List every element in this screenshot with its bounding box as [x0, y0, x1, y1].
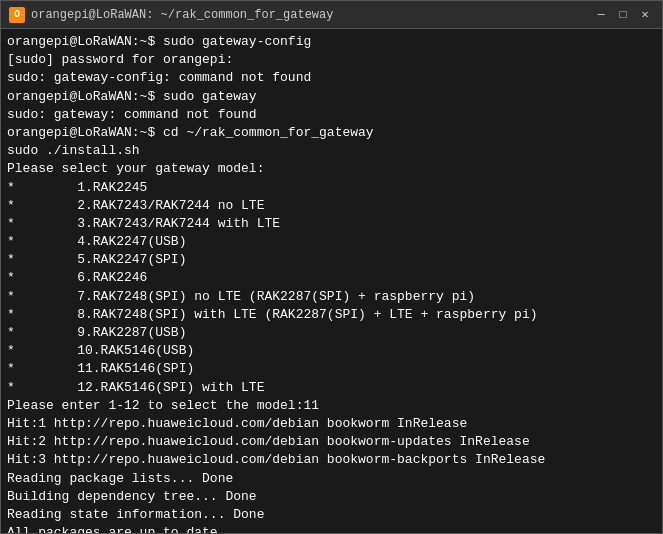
- terminal-line: orangepi@LoRaWAN:~$ cd ~/rak_common_for_…: [7, 124, 656, 142]
- maximize-button[interactable]: □: [614, 6, 632, 24]
- terminal-window: O orangepi@LoRaWAN: ~/rak_common_for_gat…: [0, 0, 663, 534]
- terminal-line: * 6.RAK2246: [7, 269, 656, 287]
- terminal-line: * 5.RAK2247(SPI): [7, 251, 656, 269]
- terminal-line: * 12.RAK5146(SPI) with LTE: [7, 379, 656, 397]
- terminal-line: * 8.RAK7248(SPI) with LTE (RAK2287(SPI) …: [7, 306, 656, 324]
- terminal-line: Reading package lists... Done: [7, 470, 656, 488]
- terminal-line: All packages are up to date.: [7, 524, 656, 533]
- terminal-line: * 9.RAK2287(USB): [7, 324, 656, 342]
- terminal-line: Reading state information... Done: [7, 506, 656, 524]
- terminal-line: sudo ./install.sh: [7, 142, 656, 160]
- minimize-button[interactable]: ─: [592, 6, 610, 24]
- terminal-line: Please select your gateway model:: [7, 160, 656, 178]
- terminal-line: sudo: gateway: command not found: [7, 106, 656, 124]
- terminal-line: Hit:1 http://repo.huaweicloud.com/debian…: [7, 415, 656, 433]
- terminal-line: orangepi@LoRaWAN:~$ sudo gateway: [7, 88, 656, 106]
- terminal-line: * 3.RAK7243/RAK7244 with LTE: [7, 215, 656, 233]
- app-icon: O: [9, 7, 25, 23]
- terminal-line: * 4.RAK2247(USB): [7, 233, 656, 251]
- terminal-line: * 1.RAK2245: [7, 179, 656, 197]
- titlebar: O orangepi@LoRaWAN: ~/rak_common_for_gat…: [1, 1, 662, 29]
- close-button[interactable]: ✕: [636, 6, 654, 24]
- terminal-body[interactable]: orangepi@LoRaWAN:~$ sudo gateway-config[…: [1, 29, 662, 533]
- terminal-line: * 7.RAK7248(SPI) no LTE (RAK2287(SPI) + …: [7, 288, 656, 306]
- app-icon-label: O: [14, 9, 20, 20]
- window-controls: ─ □ ✕: [592, 6, 654, 24]
- terminal-line: * 10.RAK5146(USB): [7, 342, 656, 360]
- terminal-line: Building dependency tree... Done: [7, 488, 656, 506]
- terminal-line: [sudo] password for orangepi:: [7, 51, 656, 69]
- terminal-line: sudo: gateway-config: command not found: [7, 69, 656, 87]
- terminal-line: Please enter 1-12 to select the model:11: [7, 397, 656, 415]
- terminal-line: Hit:2 http://repo.huaweicloud.com/debian…: [7, 433, 656, 451]
- terminal-line: Hit:3 http://repo.huaweicloud.com/debian…: [7, 451, 656, 469]
- terminal-line: orangepi@LoRaWAN:~$ sudo gateway-config: [7, 33, 656, 51]
- terminal-line: * 2.RAK7243/RAK7244 no LTE: [7, 197, 656, 215]
- window-title: orangepi@LoRaWAN: ~/rak_common_for_gatew…: [31, 8, 592, 22]
- terminal-line: * 11.RAK5146(SPI): [7, 360, 656, 378]
